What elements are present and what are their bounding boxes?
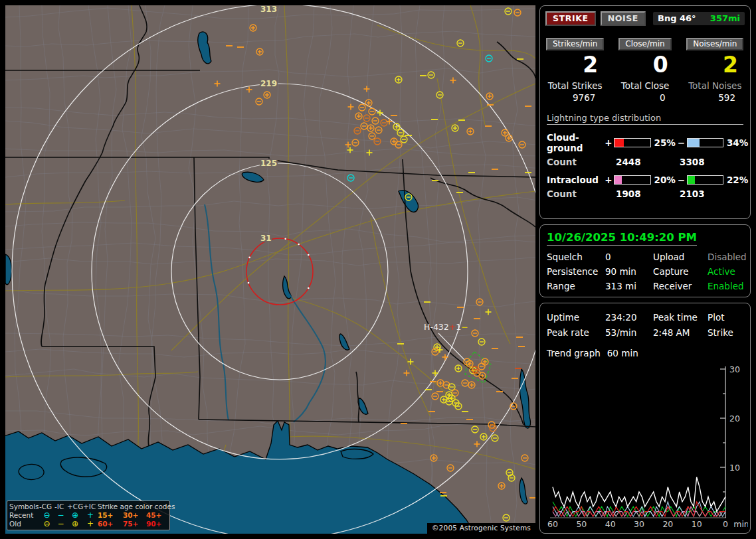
noises-per-min-value: 2 (680, 52, 750, 78)
uptime-value: 234:20 (605, 312, 653, 323)
water-body (19, 464, 44, 479)
svg-text:30: 30 (634, 519, 644, 529)
minus-icon: − (54, 520, 67, 528)
legend-symbols-header: Symbols (9, 502, 39, 510)
circle-plus-icon: ⊕ (67, 512, 83, 519)
age-code-60: 60+ (98, 520, 123, 528)
capture-label: Capture (653, 266, 708, 277)
total-strikes-value: 9767 (540, 92, 610, 103)
total-close-value: 0 (610, 92, 680, 103)
lightning-app-window: { "panel": { "strike_button": "STRIKE", … (0, 0, 756, 539)
distribution-title: Lightning type distribution (547, 113, 743, 125)
strike-stats-panel: STRIKE NOISE Bng 46° 357mi Strikes/min C… (539, 5, 751, 219)
svg-text:10: 10 (729, 463, 740, 473)
total-noises-value: 592 (680, 92, 750, 103)
trend-series--IC (553, 502, 725, 516)
cg-negative-bar (687, 138, 723, 147)
strike-button[interactable]: STRIKE (545, 11, 596, 26)
squelch-value: 0 (605, 252, 653, 262)
peak-rate-label: Peak rate (547, 327, 605, 338)
strikes-per-min-value: 2 (540, 52, 610, 78)
noises-per-min-header[interactable]: Noises/min (686, 38, 743, 50)
plot-label: Plot (708, 312, 754, 323)
trend-graph: 1020306050403020100min (542, 354, 748, 531)
svg-text:10: 10 (692, 519, 702, 529)
age-code-45: 45+ (146, 511, 169, 519)
svg-text:40: 40 (605, 519, 616, 529)
ring-label-31: 31 (260, 234, 272, 243)
svg-text:30: 30 (729, 364, 740, 374)
upload-status: Disabled (708, 252, 754, 262)
peak-time-label: Peak time (653, 312, 708, 323)
ic-negative-count: 2103 (680, 189, 705, 199)
legend-col-neg-cg: -CG (39, 502, 54, 510)
cg-positive-count: 2448 (608, 157, 680, 167)
upload-label: Upload (653, 252, 708, 262)
squelch-label: Squelch (547, 252, 605, 262)
copyright-label: ©2005 Astrogenic Systems (427, 523, 535, 534)
receiver-label: Receiver (653, 281, 708, 291)
persistence-label: Persistence (547, 266, 605, 277)
range-label: Range (547, 281, 605, 291)
peak-rate-value: 53/min (605, 327, 653, 338)
peak-time-value: 2:48 AM (653, 327, 708, 338)
ic-negative-pct: 22% (725, 175, 750, 185)
cg-positive-pct: 25% (653, 137, 678, 148)
legend-col-pos-ic: +IC (83, 502, 98, 510)
ic-negative-bar (687, 175, 723, 185)
intracloud-label: Intracloud (547, 175, 605, 185)
noise-button[interactable]: NOISE (601, 11, 646, 26)
legend-col-neg-ic: -IC (54, 502, 67, 510)
close-per-min-value: 0 (610, 52, 680, 78)
status-panel: 10/26/2025 10:49:20 PM Squelch 0 Upload … (539, 224, 751, 297)
ic-positive-count: 1908 (608, 189, 680, 199)
bearing-display: Bng 46° 357mi (653, 12, 745, 25)
receiver-status: Enabled (708, 281, 754, 291)
plus-icon: + (83, 520, 98, 528)
ic-positive-pct: 20% (653, 175, 678, 185)
datetime-display: 10/26/2025 10:49:20 PM (547, 231, 697, 246)
cg-count-label: Count (547, 157, 608, 167)
legend-col-pos-cg: +CG (67, 502, 83, 510)
close-per-min-header[interactable]: Close/min (618, 38, 671, 50)
cg-negative-pct: 34% (725, 137, 750, 148)
cg-negative-count: 3308 (680, 157, 705, 167)
map-canvas[interactable]: 31321912531H-432+1− Symbols -CG -IC +CG … (5, 5, 535, 534)
ring-label-219: 219 (260, 79, 277, 88)
range-value: 313 mi (605, 281, 653, 291)
trend-panel: Uptime 234:20 Peak time Plot Peak rate 5… (539, 303, 751, 534)
ic-count-label: Count (547, 189, 608, 199)
svg-text:60: 60 (547, 519, 558, 529)
total-noises-label: Total Noises (680, 80, 750, 91)
svg-text:20: 20 (662, 519, 673, 529)
bearing-label: Bng 46° (658, 13, 696, 23)
ring-label-313: 313 (260, 5, 277, 14)
cg-positive-bar (614, 138, 650, 147)
legend-row-old-label: Old (9, 520, 39, 528)
total-strikes-label: Total Strikes (540, 80, 610, 91)
strikes-per-min-header[interactable]: Strikes/min (546, 38, 604, 50)
plus-sign: + (605, 137, 612, 148)
cloud-ground-label: Cloud-ground (547, 132, 605, 153)
map-legend: Symbols -CG -IC +CG +IC Strike age color… (7, 501, 170, 530)
svg-text:min: min (733, 519, 748, 529)
bearing-range: 357mi (710, 13, 740, 23)
circle-minus-icon: ⊖ (39, 520, 54, 528)
trend-series-+CG (553, 502, 725, 516)
circle-minus-icon: ⊖ (39, 512, 54, 519)
minus-icon: − (54, 512, 67, 519)
uptime-label: Uptime (547, 312, 605, 323)
plus-sign: + (605, 175, 612, 185)
circle-plus-icon: ⊕ (67, 520, 83, 528)
minus-sign: − (678, 175, 685, 185)
svg-text:50: 50 (576, 519, 587, 529)
plot-value: Strike (708, 327, 754, 338)
legend-row-recent-label: Recent (9, 511, 39, 519)
ic-positive-bar (614, 175, 650, 185)
total-close-label: Total Close (610, 80, 680, 91)
storm-cell-label: H-432+1− (424, 322, 468, 332)
age-code-30: 30+ (123, 511, 146, 519)
map-graphics: 31321912531H-432+1− (5, 5, 535, 534)
svg-text:0: 0 (723, 519, 728, 529)
age-code-15: 15+ (98, 511, 123, 519)
